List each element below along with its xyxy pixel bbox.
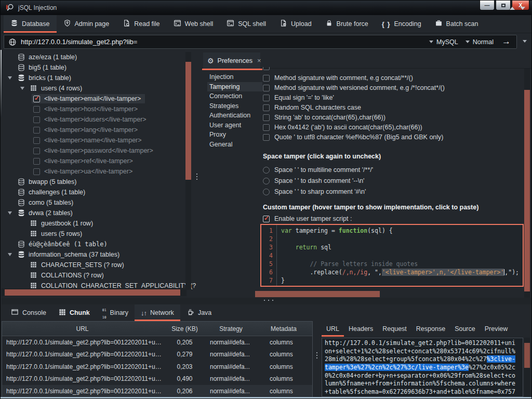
- detail-tab-response[interactable]: Response: [411, 321, 450, 337]
- tree-item[interactable]: <live-tamper>name</live-tamper>: [2, 135, 198, 145]
- pref-nav-general[interactable]: General: [207, 140, 262, 150]
- tree-item[interactable]: <live-tamper>email</live-tamper>: [2, 94, 198, 104]
- tree-item[interactable]: dvwa (2 tables): [2, 208, 198, 218]
- console-tab-chunk[interactable]: Chunk: [52, 304, 96, 321]
- bottom-splitter-handle[interactable]: [316, 351, 318, 360]
- pref-nav-tampering[interactable]: Tampering: [207, 82, 262, 92]
- toolbar-tab-batch-scan[interactable]: Batch scan: [428, 15, 485, 33]
- preferences-scrollbar-thumb[interactable]: [524, 90, 530, 291]
- collapse-console-icon[interactable]: [520, 7, 525, 10]
- tree-item[interactable]: bricks (1 table): [2, 73, 198, 83]
- network-column-header[interactable]: Metadata: [255, 322, 312, 336]
- tree-item[interactable]: <live-tamper>idusers</live-tamper>: [2, 114, 198, 125]
- tamper-option-checkbox[interactable]: [263, 85, 270, 91]
- console-tab-console[interactable]: Console: [5, 304, 52, 321]
- enable-tamper-checkbox[interactable]: [263, 216, 270, 222]
- toolbar-tab-upload[interactable]: Upload: [273, 15, 318, 33]
- tree-item-checkbox[interactable]: [33, 127, 40, 134]
- close-tab-icon[interactable]: ×: [257, 57, 261, 64]
- tree-item[interactable]: <live-tamper>ua</live-tamper>: [2, 166, 198, 177]
- editor-code[interactable]: var tampering = function(sql) { return s…: [277, 225, 523, 286]
- toolbar-tab-sql-shell[interactable]: SQL shell: [220, 15, 273, 33]
- console-tab-binary[interactable]: 0110Binary: [96, 304, 135, 321]
- console-tab-java[interactable]: Java: [180, 304, 218, 321]
- space-tamper-radio[interactable]: [263, 178, 270, 184]
- tree-item-checkbox[interactable]: [33, 148, 40, 154]
- maximize-button[interactable]: [496, 1, 511, 10]
- panel-splitter-handle[interactable]: [196, 172, 198, 181]
- tree-item-checkbox[interactable]: [33, 137, 40, 144]
- detail-tab-preview[interactable]: Preview: [480, 321, 512, 337]
- chevron-expander-icon[interactable]: [20, 87, 24, 90]
- network-table-row[interactable]: http://127.0.0.1/simulate_get2.php?lib=0…: [2, 336, 312, 349]
- tab-preferences[interactable]: ⚙ Preferences ×: [203, 52, 260, 69]
- network-column-header[interactable]: URL: [2, 322, 163, 336]
- url-input[interactable]: http://127.0.0.1/simulate_get2.php?lib= …: [4, 35, 517, 49]
- minimize-button[interactable]: —: [480, 1, 495, 10]
- tree-item[interactable]: users (5 rows): [2, 229, 198, 239]
- tamper-option-checkbox[interactable]: [263, 95, 270, 101]
- pref-nav-strategies[interactable]: Strategies: [207, 101, 262, 111]
- tamper-option-checkbox[interactable]: [263, 124, 270, 131]
- network-table-row[interactable]: http://127.0.0.1/simulate_get2.php?lib=0…: [2, 385, 312, 397]
- tree-item[interactable]: <live-tamper>ref</live-tamper>: [2, 156, 198, 166]
- tree-item-checkbox[interactable]: [33, 158, 40, 165]
- network-column-header[interactable]: Size (KB): [163, 322, 207, 336]
- chevron-expander-icon[interactable]: [8, 211, 12, 215]
- tree-item[interactable]: big5 (1 table): [2, 62, 198, 73]
- space-tamper-radio[interactable]: [263, 167, 270, 174]
- tamper-option-checkbox[interactable]: [263, 75, 270, 82]
- tree-item[interactable]: COLLATIONS (? row): [2, 270, 198, 281]
- detail-tab-source[interactable]: Source: [450, 321, 480, 337]
- tree-item[interactable]: <live-tamper>lang</live-tamper>: [2, 125, 198, 135]
- toolbar-tab-encoding[interactable]: { }Encoding: [375, 15, 428, 33]
- tamper-option-checkbox[interactable]: [263, 104, 270, 111]
- tamper-option-checkbox[interactable]: [263, 134, 270, 141]
- tree-item-checkbox[interactable]: [33, 106, 40, 113]
- tree-item[interactable]: aze/eza (1 table): [2, 52, 198, 62]
- detail-tab-request[interactable]: Request: [378, 321, 411, 337]
- tree-item[interactable]: challenges (1 table): [2, 187, 198, 197]
- tree-horizontal-scrollbar-thumb[interactable]: [5, 289, 180, 296]
- detail-scrollbar-thumb[interactable]: [524, 343, 530, 368]
- toolbar-tab-brute-force[interactable]: Brute force: [318, 15, 375, 33]
- tree-item-checkbox[interactable]: [33, 116, 40, 123]
- network-table-row[interactable]: http://127.0.0.1/simulate_get2.php?lib=0…: [2, 361, 312, 373]
- console-tab-network[interactable]: ↓↑Network: [135, 304, 180, 321]
- tree-item[interactable]: guestbook (1 row): [2, 218, 198, 229]
- network-column-header[interactable]: Strategy: [207, 322, 255, 336]
- tamper-script-editor[interactable]: 1234567 var tampering = function(sql) { …: [260, 224, 524, 287]
- network-table-row[interactable]: http://127.0.0.1/simulate_get2.php?lib=0…: [2, 349, 312, 361]
- pref-nav-connection[interactable]: Connection: [207, 91, 262, 101]
- pref-nav-authentication[interactable]: Authentication: [207, 111, 262, 121]
- space-tamper-radio[interactable]: [263, 189, 270, 195]
- tree-item-checkbox[interactable]: [33, 168, 40, 175]
- detail-tab-headers[interactable]: Headers: [344, 321, 378, 337]
- detail-url-content[interactable]: http://127.0.0.1/simulate_get2.php?lib=0…: [322, 338, 523, 397]
- tree-item-checkbox[interactable]: [33, 96, 40, 102]
- tree-item[interactable]: <live-tamper>password</live-tamper>: [2, 145, 198, 156]
- url-history-dropdown[interactable]: [523, 40, 527, 43]
- pref-nav-user-agent[interactable]: User agent: [207, 121, 262, 130]
- detail-tab-url[interactable]: URL: [322, 321, 344, 337]
- horizontal-splitter-handle[interactable]: [262, 299, 275, 301]
- pref-nav-proxy[interactable]: Proxy: [207, 130, 262, 140]
- toolbar-tab-database[interactable]: Database: [4, 15, 57, 33]
- connect-button[interactable]: →: [499, 36, 514, 48]
- tree-item[interactable]: CHARACTER_SETS (? row): [2, 260, 198, 270]
- chevron-expander-icon[interactable]: [8, 253, 12, 256]
- strategy-select[interactable]: Normal: [463, 38, 496, 46]
- toolbar-tab-admin-page[interactable]: Admin page: [57, 15, 116, 33]
- network-table-row[interactable]: http://127.0.0.1/simulate_get2.php?lib=0…: [2, 373, 312, 385]
- editor-horizontal-scrollbar-thumb[interactable]: [255, 291, 380, 297]
- tree-vertical-scrollbar-thumb[interactable]: [185, 62, 191, 180]
- database-select[interactable]: MySQL: [427, 38, 460, 46]
- chevron-expander-icon[interactable]: [8, 76, 12, 79]
- tree-item[interactable]: information_schema (37 tables): [2, 249, 198, 260]
- toolbar-tab-read-file[interactable]: Read file: [116, 15, 166, 33]
- tree-item[interactable]: éù@çèânb€eê (1 table): [2, 239, 198, 249]
- toolbar-tab-web-shell[interactable]: Web shell: [167, 15, 220, 33]
- tree-item[interactable]: bwapp (5 tables): [2, 177, 198, 187]
- clipped-checkbox[interactable]: [263, 67, 270, 70]
- tamper-option-checkbox[interactable]: [263, 114, 270, 121]
